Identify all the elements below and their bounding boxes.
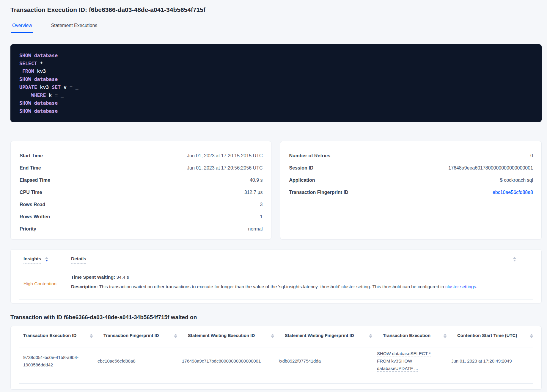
cluster-settings-link[interactable]: cluster settings (445, 284, 476, 289)
kv-value: 3 (260, 201, 263, 208)
summary-cards: Start Time Jun 01, 2023 at 17:20:15:2015… (10, 141, 542, 239)
insight-details: Time Spent Waiting: 34.4 s Description: … (71, 274, 477, 290)
kv-label: End Time (20, 164, 41, 172)
transaction-execution-text: databaseUPDATE ... (377, 366, 418, 372)
kv-row-application: Application $ cockroach sql (289, 176, 533, 184)
column-label: Statement Waiting Fingerprint ID (285, 333, 354, 340)
transaction-execution-text: FROM kv3SHOW (377, 358, 412, 364)
cell-transaction-fingerprint-id: ebc10ae56cfd88a8 (98, 357, 182, 365)
kv-row-elapsed-time: Elapsed Time 40.9 s (20, 176, 263, 184)
sql-statement-box: SHOW database SELECT * FROM kv3 SHOW dat… (10, 44, 542, 122)
kv-label: CPU Time (20, 189, 42, 196)
column-header-transaction-execution-id[interactable]: Transaction Execution ID (23, 333, 103, 340)
kv-value: 312.7 µs (244, 189, 263, 196)
column-header-statement-waiting-fingerprint-id[interactable]: Statement Waiting Fingerprint ID (285, 333, 383, 340)
kv-row-session-id: Session ID 17648a9eea6017800000000000000… (289, 164, 533, 172)
insights-column-label: Insights (23, 256, 41, 264)
kv-label: Session ID (289, 164, 314, 172)
kv-value: Jun 01, 2023 at 17:20:15:2015 UTC (187, 152, 263, 159)
column-label: Transaction Execution ID (23, 333, 76, 340)
waiting-label: Time Spent Waiting: (71, 275, 115, 280)
kv-label: Rows Read (20, 201, 45, 208)
summary-card-left: Start Time Jun 01, 2023 at 17:20:15:2015… (10, 141, 271, 239)
kv-row-start-time: Start Time Jun 01, 2023 at 17:20:15:2015… (20, 152, 263, 159)
kv-label: Transaction Fingerprint ID (289, 189, 348, 196)
sort-icon[interactable] (513, 257, 516, 261)
kv-value: 0 (530, 152, 533, 159)
column-label: Transaction Execution (383, 333, 430, 340)
sort-icon (90, 334, 93, 338)
kv-row-rows-written: Rows Written 1 (20, 213, 263, 220)
insight-waiting-line: Time Spent Waiting: 34.4 s (71, 274, 477, 280)
kv-value: 17648a9eea6017800000000000000001 (448, 164, 533, 172)
insights-card: Insights Details High Contention Time Sp… (10, 249, 542, 303)
kv-row-number-of-retries: Number of Retries 0 (289, 152, 533, 159)
divider (19, 270, 533, 270)
column-header-transaction-execution[interactable]: Transaction Execution (383, 333, 457, 340)
sort-icon (174, 334, 177, 338)
description-text: This transaction waited on other transac… (98, 284, 445, 289)
page: Transaction Execution ID: f6be6366-da03-… (0, 0, 547, 390)
summary-card-right: Number of Retries 0 Session ID 17648a9ee… (280, 141, 542, 239)
tab-overview[interactable]: Overview (11, 20, 33, 33)
transaction-execution-text: SHOW databaseSELECT * (377, 351, 431, 357)
cell-contention-start-time: Jun 01, 2023 at 17:20:49:2049 (451, 357, 533, 365)
sql-line: SHOW database SELECT * FROM kv3 SHOW dat… (19, 53, 78, 114)
transaction-fingerprint-id-link[interactable]: ebc10ae56cfd88a8 (493, 189, 533, 196)
cell-transaction-execution-id: 9738d051-bc0e-4158-a9b4-1903586ddd42 (23, 354, 98, 369)
kv-label: Number of Retries (289, 152, 331, 159)
sort-icon (444, 334, 447, 338)
column-label: Statement Waiting Execution ID (188, 333, 255, 340)
kv-row-rows-read: Rows Read 3 (20, 201, 263, 208)
kv-value: 1 (260, 213, 263, 220)
kv-value: Jun 01, 2023 at 17:20:56:2056 UTC (187, 164, 263, 172)
sort-icon (369, 334, 372, 338)
cell-statement-waiting-execution-id: 176498a9c717bdc80000000000000001 (182, 357, 279, 365)
kv-row-priority: Priority normal (20, 225, 263, 233)
description-period: . (476, 284, 477, 289)
kv-value: normal (248, 225, 263, 233)
insights-table-header: Insights Details (23, 256, 529, 264)
sort-icon (45, 257, 48, 261)
waited-table-header: Transaction Execution ID Transaction Fin… (23, 333, 533, 340)
kv-row-cpu-time: CPU Time 312.7 µs (20, 189, 263, 196)
waiting-value: 34.4 s (115, 275, 129, 280)
divider (19, 300, 533, 300)
table-row: 9738d051-bc0e-4158-a9b4-1903586ddd42 ebc… (23, 350, 533, 372)
cell-transaction-execution-link[interactable]: SHOW databaseSELECT * FROM kv3SHOW datab… (377, 350, 451, 372)
divider (19, 383, 533, 384)
page-title: Transaction Execution ID: f6be6366-da03-… (10, 6, 542, 14)
column-label: Contention Start Time (UTC) (457, 333, 517, 340)
kv-label: Elapsed Time (20, 176, 50, 184)
divider (19, 347, 533, 347)
waited-on-heading: Transaction with ID f6be6366-da03-48de-a… (10, 313, 542, 321)
sort-icon (271, 334, 274, 338)
insights-column-header[interactable]: Insights (23, 256, 71, 264)
kv-value: $ cockroach sql (500, 176, 533, 184)
cell-statement-waiting-fingerprint-id: \xdb8922f077541dda (279, 357, 377, 365)
column-header-contention-start-time[interactable]: Contention Start Time (UTC) (457, 333, 533, 340)
column-label: Transaction Fingerprint ID (103, 333, 159, 340)
tab-bar: Overview Statement Executions (10, 20, 542, 33)
waited-on-table-card: Transaction Execution ID Transaction Fin… (10, 326, 542, 390)
kv-row-end-time: End Time Jun 01, 2023 at 17:20:56:2056 U… (20, 164, 263, 172)
details-column-label: Details (71, 256, 86, 264)
kv-row-transaction-fingerprint-id: Transaction Fingerprint ID ebc10ae56cfd8… (289, 189, 533, 196)
column-header-transaction-fingerprint-id[interactable]: Transaction Fingerprint ID (103, 333, 188, 340)
description-label: Description: (71, 284, 98, 289)
insight-type-badge: High Contention (23, 274, 71, 290)
column-header-statement-waiting-execution-id[interactable]: Statement Waiting Execution ID (188, 333, 285, 340)
insight-row: High Contention Time Spent Waiting: 34.4… (23, 264, 529, 290)
tab-statement-executions[interactable]: Statement Executions (50, 20, 99, 33)
details-column-header[interactable]: Details (71, 256, 86, 261)
kv-label: Priority (20, 225, 36, 233)
kv-value: 40.9 s (250, 176, 263, 184)
sort-icon (530, 334, 533, 338)
insight-description-line: Description: This transaction waited on … (71, 283, 477, 290)
kv-label: Start Time (20, 152, 43, 159)
kv-label: Application (289, 176, 315, 184)
kv-label: Rows Written (20, 213, 50, 220)
